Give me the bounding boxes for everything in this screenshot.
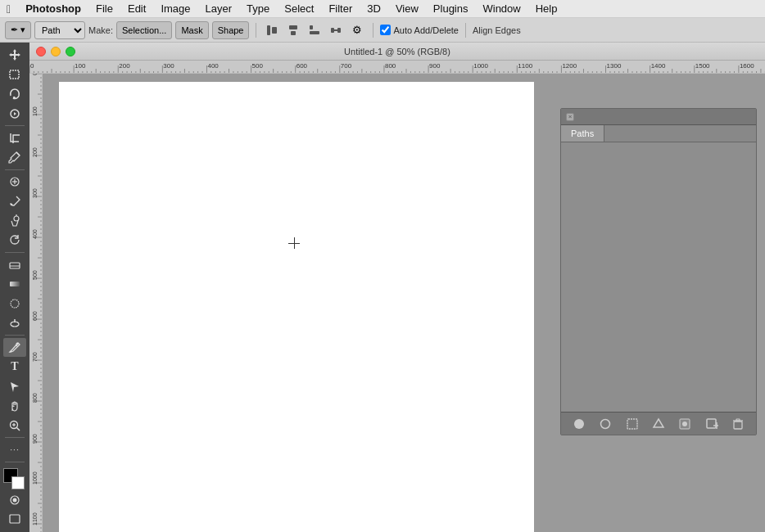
menu-filter[interactable]: Filter [322, 1, 359, 16]
rectangular-marquee-btn[interactable] [3, 65, 26, 84]
toolbar-sep-3 [465, 23, 466, 38]
auto-add-delete-checkbox[interactable] [380, 25, 391, 35]
svg-rect-6 [331, 28, 334, 33]
menu-view[interactable]: View [389, 1, 425, 16]
svg-rect-41 [736, 419, 740, 421]
traffic-lights [36, 47, 75, 56]
svg-rect-36 [707, 419, 716, 428]
settings-btn[interactable]: ⚙ [348, 21, 366, 39]
auto-add-delete-text: Auto Add/Delete [393, 25, 459, 35]
screen-mode-btn[interactable] [3, 510, 26, 529]
crop-tool-btn[interactable] [3, 128, 26, 147]
mask-button[interactable]: Mask [175, 21, 208, 39]
minimize-window-btn[interactable] [51, 47, 61, 56]
align-btn-1[interactable] [263, 21, 281, 39]
menu-plugins[interactable]: Plugins [427, 1, 475, 16]
eraser-btn[interactable] [3, 255, 26, 274]
lasso-tool-btn[interactable] [3, 85, 26, 104]
svg-rect-1 [272, 27, 277, 34]
zoom-tool-btn[interactable] [3, 416, 26, 435]
menu-window[interactable]: Window [476, 1, 527, 16]
svg-rect-5 [310, 31, 319, 34]
new-path-btn[interactable] [704, 416, 720, 432]
menubar:  Photoshop File Edit Image Layer Type S… [0, 0, 765, 18]
svg-point-31 [601, 419, 610, 428]
toolbar-sep-1 [256, 23, 256, 38]
svg-point-22 [16, 343, 19, 345]
more-tools-icon: ··· [10, 445, 19, 454]
paths-panel-close-btn[interactable]: × [566, 113, 574, 121]
left-toolbar-sep-2 [5, 169, 25, 170]
svg-rect-39 [734, 422, 742, 429]
background-color[interactable] [11, 476, 25, 489]
path-selection-btn[interactable] [3, 377, 26, 396]
maximize-window-btn[interactable] [66, 47, 75, 56]
align-btn-2[interactable] [284, 21, 302, 39]
pen-tool-selector[interactable]: ✒ ▾ [5, 21, 31, 39]
svg-point-30 [574, 419, 584, 429]
menu-layer[interactable]: Layer [199, 1, 239, 16]
selection-button[interactable]: Selection... [116, 21, 172, 39]
quick-mask-btn[interactable] [3, 490, 26, 509]
paths-panel-titlebar: × [561, 109, 756, 125]
menu-image[interactable]: Image [154, 1, 197, 16]
eyedropper-btn[interactable] [3, 148, 26, 167]
svg-rect-3 [291, 31, 296, 35]
pen-tool-arrow: ▾ [20, 25, 25, 35]
menu-photoshop[interactable]: Photoshop [19, 1, 88, 16]
shape-button[interactable]: Shape [212, 21, 250, 39]
menu-select[interactable]: Select [278, 1, 320, 16]
fill-path-btn[interactable] [571, 416, 587, 432]
distribute-btn[interactable] [327, 21, 345, 39]
history-brush-btn[interactable] [3, 231, 26, 250]
svg-marker-33 [654, 419, 663, 427]
menu-help[interactable]: Help [529, 1, 564, 16]
menu-file[interactable]: File [89, 1, 120, 16]
paths-tabs: Paths [561, 125, 756, 142]
paths-tab[interactable]: Paths [561, 125, 604, 142]
svg-rect-7 [337, 28, 341, 33]
align-edges-label: Align Edges [473, 25, 521, 35]
toolbar: ✒ ▾ Path Shape Pixels Make: Selection...… [0, 18, 765, 43]
document-canvas[interactable] [59, 82, 534, 532]
brush-tool-btn[interactable] [3, 192, 26, 210]
left-toolbar-sep-3 [5, 252, 25, 253]
auto-add-delete-label[interactable]: Auto Add/Delete [380, 25, 459, 35]
gradient-btn[interactable] [3, 275, 26, 294]
paths-panel-footer [561, 412, 756, 435]
blur-btn[interactable] [3, 294, 26, 313]
svg-rect-32 [627, 419, 637, 429]
left-toolbar-sep-6 [5, 462, 25, 462]
hand-tool-btn[interactable] [3, 396, 26, 415]
delete-path-btn[interactable] [730, 416, 746, 432]
menu-edit[interactable]: Edit [121, 1, 152, 16]
make-workpath-btn[interactable] [650, 416, 667, 432]
apple-menu[interactable]:  [7, 2, 11, 16]
menu-3d[interactable]: 3D [360, 1, 387, 16]
path-type-dropdown[interactable]: Path Shape Pixels [34, 21, 85, 39]
svg-rect-2 [289, 25, 297, 29]
align-btn-3[interactable] [306, 21, 324, 39]
stroke-path-btn[interactable] [597, 416, 613, 432]
load-as-selection-btn[interactable] [624, 416, 641, 432]
text-tool-btn[interactable]: T [3, 358, 26, 376]
paths-content [561, 142, 756, 412]
dodge-btn[interactable] [3, 313, 26, 332]
pen-tool-icon: ✒ [11, 25, 18, 35]
menu-type[interactable]: Type [240, 1, 276, 16]
quick-select-btn[interactable] [3, 104, 26, 123]
svg-point-28 [13, 498, 17, 502]
text-tool-icon: T [11, 360, 18, 373]
clone-stamp-btn[interactable] [3, 211, 26, 230]
color-swatches [3, 468, 26, 490]
healing-brush-btn[interactable] [3, 173, 26, 192]
add-mask-btn[interactable] [677, 416, 693, 432]
pen-tool-left-btn[interactable] [3, 338, 26, 357]
svg-rect-8 [334, 29, 337, 31]
document-titlebar: Untitled-1 @ 50% (RGB/8) [29, 43, 765, 61]
svg-point-19 [11, 300, 19, 308]
document-title: Untitled-1 @ 50% (RGB/8) [344, 47, 450, 56]
move-tool-btn[interactable] [3, 46, 26, 65]
more-tools-btn[interactable]: ··· [3, 440, 26, 459]
close-window-btn[interactable] [36, 47, 46, 56]
